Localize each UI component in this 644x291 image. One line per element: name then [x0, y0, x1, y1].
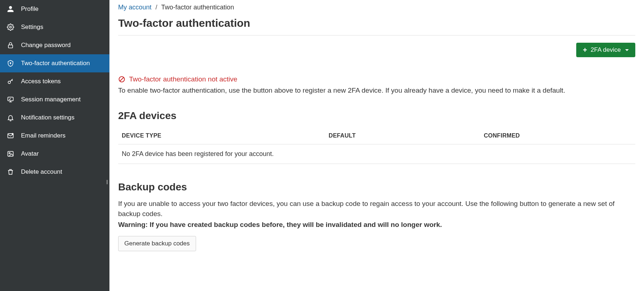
table-empty-message: No 2FA device has been registered for yo… — [118, 144, 635, 164]
sidebar: Profile Settings Change password Two-fac… — [0, 0, 109, 291]
sidebar-item-label: Session management — [21, 96, 80, 103]
sidebar-item-label: Two-factor authentication — [21, 60, 90, 67]
sidebar-collapse-handle[interactable]: || — [106, 179, 107, 184]
breadcrumb: My account / Two-factor authentication — [118, 4, 635, 11]
svg-point-6 — [12, 133, 13, 134]
backup-codes-description: If you are unable to access your two fac… — [118, 199, 635, 219]
table-empty-row: No 2FA device has been registered for yo… — [118, 144, 635, 164]
sidebar-item-delete-account[interactable]: Delete account — [0, 163, 109, 181]
status-help-text: To enable two-factor authentication, use… — [118, 85, 635, 96]
backup-codes-heading: Backup codes — [118, 181, 635, 193]
sidebar-item-avatar[interactable]: Avatar — [0, 145, 109, 163]
svg-rect-7 — [8, 151, 13, 156]
sidebar-item-profile[interactable]: Profile — [0, 0, 109, 18]
table-header-row: DEVICE TYPE DEFAULT CONFIRMED — [118, 127, 635, 144]
svg-point-0 — [10, 26, 12, 28]
col-confirmed: CONFIRMED — [480, 127, 635, 144]
gear-icon — [7, 23, 14, 31]
generate-backup-codes-button[interactable]: Generate backup codes — [118, 236, 196, 251]
trash-icon — [7, 168, 14, 176]
sidebar-item-label: Access tokens — [21, 78, 61, 85]
sidebar-item-settings[interactable]: Settings — [0, 18, 109, 36]
breadcrumb-separator: / — [155, 4, 157, 11]
title-divider — [118, 35, 635, 35]
prohibited-icon — [118, 76, 125, 83]
user-icon — [7, 5, 14, 13]
sidebar-item-label: Profile — [21, 5, 38, 13]
sidebar-item-label: Email reminders — [21, 132, 66, 139]
add-2fa-device-button[interactable]: + 2FA device — [576, 43, 635, 57]
plus-icon: + — [583, 46, 587, 54]
sidebar-item-label: Settings — [21, 24, 43, 31]
sidebar-item-label: Notification settings — [21, 114, 74, 121]
sidebar-item-two-factor[interactable]: Two-factor authentication — [0, 54, 109, 72]
sidebar-item-change-password[interactable]: Change password — [0, 36, 109, 54]
svg-point-2 — [10, 63, 11, 64]
toolbar: + 2FA device — [118, 43, 635, 57]
svg-point-8 — [9, 153, 10, 154]
image-icon — [7, 150, 14, 158]
svg-rect-1 — [8, 45, 13, 48]
status-text: Two-factor authentication not active — [129, 75, 237, 83]
envelope-icon — [7, 132, 14, 140]
chevron-down-icon — [625, 49, 629, 51]
key-icon — [7, 77, 14, 85]
lock-icon — [7, 41, 14, 49]
page-title: Two-factor authentication — [118, 17, 635, 29]
monitor-icon — [7, 96, 14, 104]
bell-icon — [7, 114, 14, 122]
sidebar-item-session-management[interactable]: Session management — [0, 90, 109, 109]
col-default: DEFAULT — [325, 127, 480, 144]
devices-table: DEVICE TYPE DEFAULT CONFIRMED No 2FA dev… — [118, 127, 635, 164]
status-not-active: Two-factor authentication not active — [118, 75, 635, 83]
sidebar-item-access-tokens[interactable]: Access tokens — [0, 72, 109, 90]
add-device-button-label: 2FA device — [591, 46, 621, 54]
breadcrumb-parent-link[interactable]: My account — [118, 4, 151, 11]
main-content: My account / Two-factor authentication T… — [109, 0, 644, 291]
sidebar-item-email-reminders[interactable]: Email reminders — [0, 127, 109, 145]
shield-icon — [7, 59, 14, 67]
sidebar-item-label: Delete account — [21, 168, 62, 176]
col-device-type: DEVICE TYPE — [118, 127, 325, 144]
sidebar-item-notification-settings[interactable]: Notification settings — [0, 109, 109, 127]
devices-heading: 2FA devices — [118, 110, 635, 122]
sidebar-item-label: Avatar — [21, 150, 39, 157]
backup-codes-warning: Warning: If you have created backup code… — [118, 221, 635, 229]
breadcrumb-current: Two-factor authentication — [161, 4, 234, 11]
sidebar-item-label: Change password — [21, 42, 71, 49]
